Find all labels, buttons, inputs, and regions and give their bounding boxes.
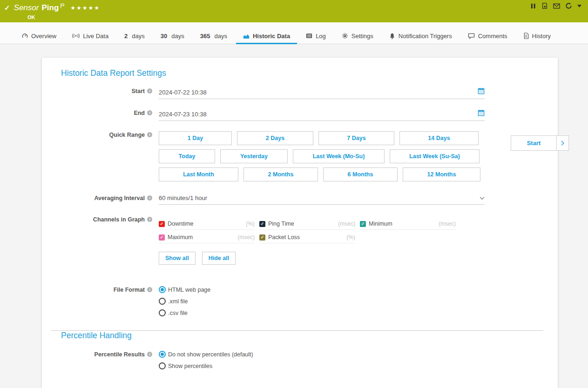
start-date-value: 2024-07-22 10:38 — [159, 89, 207, 96]
priority-stars[interactable]: ★★★★★ — [70, 5, 100, 11]
tab-label: Comments — [478, 33, 507, 40]
info-icon[interactable] — [147, 110, 152, 115]
field-label-text: Averaging Interval — [94, 195, 145, 201]
file-format-html-option[interactable]: HTML web page — [159, 286, 485, 293]
quick-range-last-week-su-sa-button[interactable]: Last Week (Su-Sa) — [390, 149, 480, 163]
tab-historic-data[interactable]: Historic Data — [235, 28, 298, 44]
chevron-down-icon — [480, 194, 485, 201]
add-report-icon[interactable] — [541, 2, 548, 9]
sensor-kind-label: Sensor — [14, 3, 39, 13]
channel-checkbox-ping-time[interactable]: Ping Time (msec) — [259, 221, 355, 230]
tab-log[interactable]: Log — [298, 28, 334, 44]
tab-overview[interactable]: Overview — [14, 28, 64, 44]
channel-checkbox-downtime[interactable]: Downtime (%) — [159, 221, 255, 230]
checkbox-checked-icon — [159, 234, 165, 241]
quick-range-last-week-mo-su-button[interactable]: Last Week (Mo-Su) — [293, 149, 385, 163]
refresh-icon[interactable] — [565, 2, 572, 9]
quick-range-6-months-button[interactable]: 6 Months — [323, 167, 398, 181]
tab-label: Overview — [31, 33, 56, 40]
info-icon[interactable] — [147, 217, 152, 222]
tab-30-days[interactable]: 30 days — [153, 28, 192, 44]
channel-name: Packet Loss — [268, 234, 300, 241]
info-icon[interactable] — [147, 132, 152, 137]
tab-label: days — [171, 33, 184, 40]
field-label-text: End — [134, 110, 145, 116]
channel-checkbox-packet-loss[interactable]: Packet Loss (%) — [259, 234, 355, 243]
flag-icon[interactable] — [60, 2, 65, 10]
quick-range-2-months-button[interactable]: 2 Months — [243, 167, 318, 181]
percentile-show-option[interactable]: Show percentiles — [159, 362, 485, 369]
start-label: Start — [61, 87, 152, 99]
gauge-icon — [22, 33, 28, 39]
info-icon[interactable] — [147, 195, 152, 201]
quick-range-1-day-button[interactable]: 1 Day — [159, 131, 232, 145]
field-label-text: Percentile Results — [95, 351, 145, 358]
channel-checkbox-maximum[interactable]: Maximum (msec) — [159, 234, 255, 243]
option-label: Do not show percentiles (default) — [168, 351, 253, 358]
status-badge: OK — [27, 14, 588, 20]
sensor-header: ✓ Sensor Ping ★★★★★ OK — [0, 0, 588, 22]
gear-icon — [342, 33, 348, 39]
checkbox-checked-icon — [259, 234, 265, 241]
field-label-text: File Format — [114, 287, 145, 293]
tab-label: Live Data — [83, 33, 108, 40]
channel-name: Downtime — [168, 221, 194, 227]
tab-label: Settings — [351, 33, 373, 40]
tab-settings[interactable]: Settings — [334, 28, 381, 44]
channel-unit: (%) — [346, 234, 355, 241]
calendar-icon[interactable] — [478, 109, 485, 118]
checkbox-checked-icon — [259, 221, 265, 227]
tab-label: days — [132, 33, 144, 40]
email-icon[interactable] — [553, 3, 560, 9]
percentile-do-not-show-option[interactable]: Do not show percentiles (default) — [159, 351, 485, 358]
end-label: End — [61, 109, 152, 121]
calendar-icon[interactable] — [478, 87, 485, 96]
info-icon[interactable] — [147, 352, 152, 357]
channel-unit: (msec) — [338, 221, 355, 227]
tab-comments[interactable]: Comments — [460, 28, 515, 44]
show-all-button[interactable]: Show all — [159, 252, 196, 265]
start-report-button[interactable]: Start — [511, 135, 557, 151]
pause-icon[interactable] — [530, 3, 536, 9]
tab-notification-triggers[interactable]: Notification Triggers — [381, 28, 460, 44]
tab-2-days[interactable]: 2 days — [116, 28, 153, 44]
tab-label: Historic Data — [253, 33, 290, 40]
start-date-input[interactable]: 2024-07-22 10:38 — [159, 87, 485, 99]
radio-icon — [159, 362, 166, 369]
hide-all-button[interactable]: Hide all — [202, 252, 236, 265]
averaging-interval-select[interactable]: 60 minutes/1 hour — [159, 194, 485, 205]
tab-number: 30 — [161, 33, 167, 40]
channel-name: Minimum — [369, 221, 392, 227]
quick-range-yesterday-button[interactable]: Yesterday — [220, 149, 288, 163]
averaging-interval-value: 60 minutes/1 hour — [159, 194, 207, 201]
comment-icon — [468, 33, 475, 39]
start-options-chevron-button[interactable] — [556, 135, 569, 151]
tab-history[interactable]: History — [515, 28, 559, 44]
area-chart-icon — [243, 33, 250, 39]
file-format-csv-option[interactable]: .csv file — [159, 309, 485, 316]
info-icon[interactable] — [147, 287, 152, 292]
channel-unit: (msec) — [237, 234, 255, 241]
info-icon[interactable] — [147, 88, 152, 94]
quick-range-2-days-button[interactable]: 2 Days — [237, 131, 313, 145]
file-format-xml-option[interactable]: .xml file — [159, 298, 485, 305]
option-label: HTML web page — [168, 287, 210, 293]
dropdown-caret-icon[interactable] — [577, 5, 581, 7]
tab-number: 2 — [124, 33, 128, 40]
quick-range-today-button[interactable]: Today — [159, 149, 215, 163]
quick-range-last-month-button[interactable]: Last Month — [159, 167, 238, 181]
quick-range-12-months-button[interactable]: 12 Months — [403, 167, 480, 181]
quick-range-7-days-button[interactable]: 7 Days — [318, 131, 394, 145]
tab-live-data[interactable]: Live Data — [64, 28, 116, 44]
averaging-interval-label: Averaging Interval — [61, 194, 152, 205]
tab-label: History — [532, 33, 551, 40]
start-report-split-button: Start — [511, 135, 569, 151]
channel-checkbox-minimum[interactable]: Minimum (msec) — [360, 221, 456, 230]
quick-range-14-days-button[interactable]: 14 Days — [399, 131, 479, 145]
tab-365-days[interactable]: 365 days — [192, 28, 235, 44]
sensor-tabbar: Overview Live Data 2 days 30 days 365 da… — [0, 22, 588, 44]
channel-name: Ping Time — [268, 221, 294, 227]
tab-number: 365 — [200, 33, 210, 40]
checkbox-checked-icon — [360, 221, 366, 227]
end-date-input[interactable]: 2024-07-23 10:38 — [159, 109, 485, 121]
